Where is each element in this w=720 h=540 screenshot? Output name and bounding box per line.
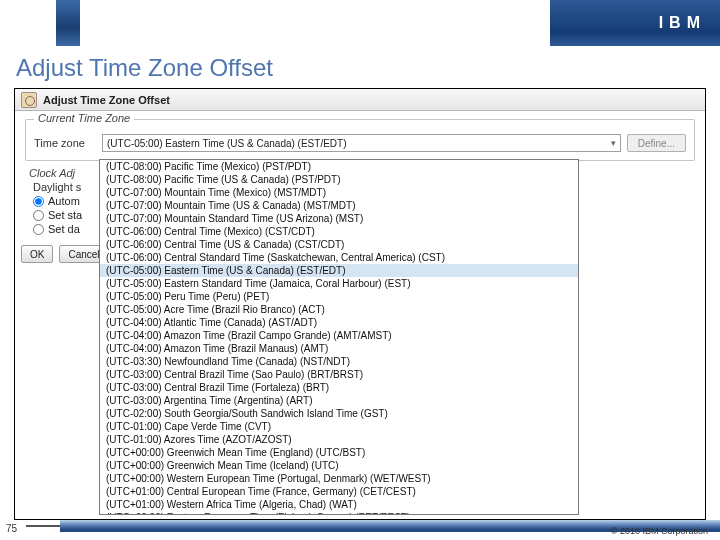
- radio-start[interactable]: [33, 210, 44, 221]
- timezone-row: Time zone (UTC-05:00) Eastern Time (US &…: [34, 134, 686, 152]
- timezone-option[interactable]: (UTC-07:00) Mountain Time (Mexico) (MST/…: [100, 186, 578, 199]
- group-legend-current: Current Time Zone: [34, 112, 134, 124]
- footer-copyright: © 2010 IBM Corporation: [611, 526, 708, 536]
- header-right: IBM: [550, 0, 720, 46]
- timezone-option[interactable]: (UTC-05:00) Eastern Standard Time (Jamai…: [100, 277, 578, 290]
- header-accent: [56, 0, 80, 46]
- footer-tick: [26, 525, 60, 527]
- radio-auto[interactable]: [33, 196, 44, 207]
- define-button[interactable]: Define...: [627, 134, 686, 152]
- dialog-title: Adjust Time Zone Offset: [43, 94, 170, 106]
- timezone-option[interactable]: (UTC-08:00) Pacific Time (US & Canada) (…: [100, 173, 578, 186]
- chevron-down-icon: ▾: [611, 138, 616, 148]
- radio-day[interactable]: [33, 224, 44, 235]
- timezone-option[interactable]: (UTC-05:00) Acre Time (Brazil Rio Branco…: [100, 303, 578, 316]
- timezone-selected-value: (UTC-05:00) Eastern Time (US & Canada) (…: [107, 138, 347, 149]
- clock-icon: [21, 92, 37, 108]
- timezone-label: Time zone: [34, 137, 96, 149]
- group-current-timezone: Current Time Zone Time zone (UTC-05:00) …: [25, 119, 695, 161]
- ibm-logo: IBM: [659, 14, 706, 32]
- radio-auto-label: Autom: [48, 195, 80, 207]
- timezone-option[interactable]: (UTC-03:00) Central Brazil Time (Sao Pau…: [100, 368, 578, 381]
- timezone-option[interactable]: (UTC-07:00) Mountain Standard Time (US A…: [100, 212, 578, 225]
- timezone-option[interactable]: (UTC-03:00) Central Brazil Time (Fortale…: [100, 381, 578, 394]
- timezone-option[interactable]: (UTC-04:00) Atlantic Time (Canada) (AST/…: [100, 316, 578, 329]
- radio-start-label: Set sta: [48, 209, 82, 221]
- footer: 75 © 2010 IBM Corporation: [0, 504, 720, 540]
- ok-button[interactable]: OK: [21, 245, 53, 263]
- dialog-panel: Adjust Time Zone Offset Current Time Zon…: [14, 88, 706, 520]
- timezone-option[interactable]: (UTC-03:00) Argentina Time (Argentina) (…: [100, 394, 578, 407]
- timezone-option[interactable]: (UTC-06:00) Central Standard Time (Saska…: [100, 251, 578, 264]
- header-band: IBM: [0, 0, 720, 46]
- timezone-option[interactable]: (UTC-02:00) South Georgia/South Sandwich…: [100, 407, 578, 420]
- timezone-option[interactable]: (UTC+00:00) Western European Time (Portu…: [100, 472, 578, 485]
- slide-title: Adjust Time Zone Offset: [0, 46, 720, 84]
- timezone-option[interactable]: (UTC-08:00) Pacific Time (Mexico) (PST/P…: [100, 160, 578, 173]
- timezone-option[interactable]: (UTC-01:00) Cape Verde Time (CVT): [100, 420, 578, 433]
- timezone-option[interactable]: (UTC-06:00) Central Time (Mexico) (CST/C…: [100, 225, 578, 238]
- timezone-select[interactable]: (UTC-05:00) Eastern Time (US & Canada) (…: [102, 134, 621, 152]
- timezone-option[interactable]: (UTC+00:00) Greenwich Mean Time (England…: [100, 446, 578, 459]
- timezone-option[interactable]: (UTC-06:00) Central Time (US & Canada) (…: [100, 238, 578, 251]
- timezone-option[interactable]: (UTC-07:00) Mountain Time (US & Canada) …: [100, 199, 578, 212]
- timezone-option[interactable]: (UTC-03:30) Newfoundland Time (Canada) (…: [100, 355, 578, 368]
- timezone-option[interactable]: (UTC-05:00) Eastern Time (US & Canada) (…: [100, 264, 578, 277]
- dst-label: Daylight s: [33, 181, 85, 193]
- timezone-option[interactable]: (UTC-04:00) Amazon Time (Brazil Campo Gr…: [100, 329, 578, 342]
- dialog-titlebar: Adjust Time Zone Offset: [15, 89, 705, 111]
- timezone-option[interactable]: (UTC+01:00) Central European Time (Franc…: [100, 485, 578, 498]
- timezone-option[interactable]: (UTC+00:00) Greenwich Mean Time (Iceland…: [100, 459, 578, 472]
- timezone-option[interactable]: (UTC-04:00) Amazon Time (Brazil Manaus) …: [100, 342, 578, 355]
- timezone-option[interactable]: (UTC-01:00) Azores Time (AZOT/AZOST): [100, 433, 578, 446]
- timezone-option[interactable]: (UTC-05:00) Peru Time (Peru) (PET): [100, 290, 578, 303]
- radio-day-label: Set da: [48, 223, 80, 235]
- page-number: 75: [6, 523, 17, 534]
- timezone-dropdown-list[interactable]: (UTC-08:00) Pacific Time (Mexico) (PST/P…: [99, 159, 579, 515]
